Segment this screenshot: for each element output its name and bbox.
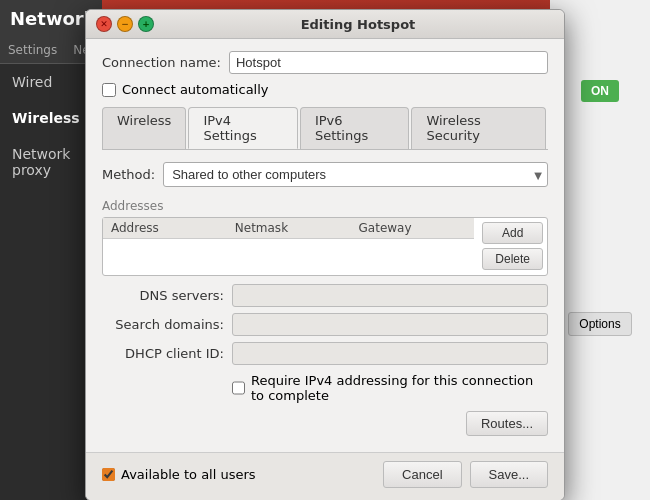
- method-select[interactable]: Shared to other computers Automatic (DHC…: [163, 162, 548, 187]
- connect-auto-checkbox[interactable]: [102, 83, 116, 97]
- table-header: Address Netmask Gateway: [103, 218, 474, 239]
- connection-name-label: Connection name:: [102, 55, 221, 70]
- sidebar-tab-settings[interactable]: Settings: [0, 37, 65, 63]
- connection-name-input[interactable]: [229, 51, 548, 74]
- method-select-wrapper: Shared to other computers Automatic (DHC…: [163, 162, 548, 187]
- tab-ipv4[interactable]: IPv4 Settings: [188, 107, 298, 149]
- close-button[interactable]: ✕: [96, 16, 112, 32]
- right-panel: ON Options: [550, 0, 650, 500]
- table-body: [103, 239, 474, 275]
- dhcp-label: DHCP client ID:: [102, 346, 232, 361]
- tab-wireless-security[interactable]: Wireless Security: [411, 107, 546, 149]
- addresses-left: Address Netmask Gateway: [103, 218, 474, 275]
- dhcp-row: DHCP client ID:: [102, 342, 548, 365]
- search-row: Search domains:: [102, 313, 548, 336]
- method-label: Method:: [102, 167, 155, 182]
- title-bar: ✕ − + Editing Hotspot: [86, 10, 564, 39]
- dns-input[interactable]: [232, 284, 548, 307]
- dialog-content: Connection name: Connect automatically W…: [86, 39, 564, 452]
- require-checkbox[interactable]: [232, 381, 245, 395]
- col-gateway: Gateway: [351, 221, 475, 235]
- available-checkbox[interactable]: [102, 468, 115, 481]
- routes-row: Routes...: [102, 411, 548, 436]
- routes-button[interactable]: Routes...: [466, 411, 548, 436]
- cancel-button[interactable]: Cancel: [383, 461, 461, 488]
- addresses-section-label: Addresses: [102, 199, 548, 213]
- on-toggle-button[interactable]: ON: [581, 80, 619, 102]
- ipv4-tabs: Wireless IPv4 Settings IPv6 Settings Wir…: [102, 107, 548, 150]
- search-input[interactable]: [232, 313, 548, 336]
- dialog-title: Editing Hotspot: [162, 17, 554, 32]
- dialog-footer: Available to all users Cancel Save...: [86, 452, 564, 500]
- addresses-table: Address Netmask Gateway Add Delete: [102, 217, 548, 276]
- save-button[interactable]: Save...: [470, 461, 548, 488]
- connect-auto-row: Connect automatically: [102, 82, 548, 97]
- search-label: Search domains:: [102, 317, 232, 332]
- footer-right: Cancel Save...: [383, 461, 548, 488]
- require-row: Require IPv4 addressing for this connect…: [102, 373, 548, 403]
- editing-dialog: ✕ − + Editing Hotspot Connection name: C…: [85, 9, 565, 500]
- dns-row: DNS servers:: [102, 284, 548, 307]
- add-address-button[interactable]: Add: [482, 222, 543, 244]
- window-controls: ✕ − +: [96, 16, 154, 32]
- available-label: Available to all users: [121, 467, 256, 482]
- options-button[interactable]: Options: [568, 312, 631, 336]
- maximize-button[interactable]: +: [138, 16, 154, 32]
- col-netmask: Netmask: [227, 221, 351, 235]
- dialog-overlay: ✕ − + Editing Hotspot Connection name: C…: [0, 0, 650, 500]
- connect-auto-label: Connect automatically: [122, 82, 269, 97]
- delete-address-button[interactable]: Delete: [482, 248, 543, 270]
- connection-name-row: Connection name:: [102, 51, 548, 74]
- require-label: Require IPv4 addressing for this connect…: [251, 373, 548, 403]
- dhcp-input[interactable]: [232, 342, 548, 365]
- tab-ipv6[interactable]: IPv6 Settings: [300, 107, 410, 149]
- minimize-button[interactable]: −: [117, 16, 133, 32]
- dns-label: DNS servers:: [102, 288, 232, 303]
- footer-left: Available to all users: [102, 467, 383, 482]
- method-row: Method: Shared to other computers Automa…: [102, 162, 548, 187]
- addresses-actions: Add Delete: [478, 218, 547, 275]
- tab-wireless[interactable]: Wireless: [102, 107, 186, 149]
- col-address: Address: [103, 221, 227, 235]
